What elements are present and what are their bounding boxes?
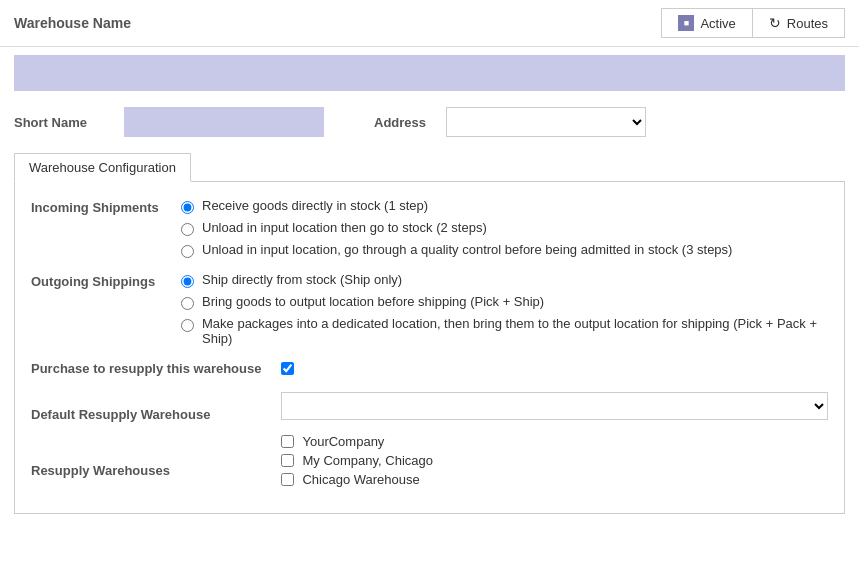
action-buttons: ■ Active ↻ Routes [661, 8, 845, 38]
warehouse-checkbox-mycompany-chicago[interactable]: My Company, Chicago [281, 453, 828, 468]
resupply-warehouses-list: YourCompany My Company, Chicago Chicago … [281, 434, 828, 487]
warehouse-checkbox-chicago[interactable]: Chicago Warehouse [281, 472, 828, 487]
incoming-shipments-options: Receive goods directly in stock (1 step)… [181, 198, 828, 258]
outgoing-option-1[interactable]: Ship directly from stock (Ship only) [181, 272, 828, 288]
top-bar: Warehouse Name ■ Active ↻ Routes [0, 0, 859, 47]
short-name-address-row: Short Name Address [0, 99, 859, 153]
active-label: Active [700, 16, 735, 31]
warehouse-name-label: Warehouse Name [14, 15, 131, 31]
mycompany-chicago-label: My Company, Chicago [302, 453, 433, 468]
short-name-input[interactable] [124, 107, 324, 137]
config-panel: Incoming Shipments Receive goods directl… [14, 181, 845, 514]
outgoing-option-1-label: Ship directly from stock (Ship only) [202, 272, 402, 287]
default-resupply-label: Default Resupply Warehouse [31, 406, 261, 424]
incoming-option-1-label: Receive goods directly in stock (1 step) [202, 198, 428, 213]
incoming-radio-1[interactable] [181, 201, 194, 214]
resupply-warehouses-label: Resupply Warehouses [31, 462, 261, 480]
incoming-option-2-label: Unload in input location then go to stoc… [202, 220, 487, 235]
incoming-option-2[interactable]: Unload in input location then go to stoc… [181, 220, 828, 236]
default-resupply-select[interactable] [281, 392, 828, 420]
warehouse-name-input[interactable] [14, 55, 845, 91]
resupply-content: YourCompany My Company, Chicago Chicago … [281, 360, 828, 487]
warehouse-name-row [0, 47, 859, 99]
tabs-container: Warehouse Configuration [0, 153, 859, 181]
outgoing-option-3-label: Make packages into a dedicated location,… [202, 316, 828, 346]
outgoing-radio-3[interactable] [181, 319, 194, 332]
outgoing-option-2[interactable]: Bring goods to output location before sh… [181, 294, 828, 310]
incoming-option-3-label: Unload in input location, go through a q… [202, 242, 732, 257]
purchase-resupply-label: Purchase to resupply this warehouse [31, 360, 261, 378]
routes-icon: ↻ [769, 15, 781, 31]
incoming-option-1[interactable]: Receive goods directly in stock (1 step) [181, 198, 828, 214]
resupply-section: Purchase to resupply this warehouse Defa… [31, 360, 828, 487]
incoming-option-3[interactable]: Unload in input location, go through a q… [181, 242, 828, 258]
address-label: Address [374, 115, 426, 130]
chicago-warehouse-checkbox[interactable] [281, 473, 294, 486]
incoming-radio-3[interactable] [181, 245, 194, 258]
routes-label: Routes [787, 16, 828, 31]
incoming-shipments-label: Incoming Shipments [31, 198, 161, 258]
short-name-label: Short Name [14, 115, 114, 130]
purchase-resupply-checkbox[interactable] [281, 362, 294, 375]
address-select[interactable] [446, 107, 646, 137]
default-resupply-row [281, 392, 828, 420]
yourcompany-label: YourCompany [302, 434, 384, 449]
incoming-radio-2[interactable] [181, 223, 194, 236]
routes-button[interactable]: ↻ Routes [752, 8, 845, 38]
tab-warehouse-configuration[interactable]: Warehouse Configuration [14, 153, 191, 182]
warehouse-checkbox-yourcompany[interactable]: YourCompany [281, 434, 828, 449]
outgoing-radio-2[interactable] [181, 297, 194, 310]
incoming-shipments-section: Incoming Shipments Receive goods directl… [31, 198, 828, 258]
active-button[interactable]: ■ Active [661, 8, 751, 38]
mycompany-chicago-checkbox[interactable] [281, 454, 294, 467]
warehouse-name-input-wrapper [14, 55, 845, 91]
purchase-checkbox-row [281, 360, 828, 378]
resupply-labels: Purchase to resupply this warehouse Defa… [31, 360, 261, 487]
outgoing-option-3[interactable]: Make packages into a dedicated location,… [181, 316, 828, 346]
outgoing-option-2-label: Bring goods to output location before sh… [202, 294, 544, 309]
active-icon: ■ [678, 15, 694, 31]
outgoing-radio-1[interactable] [181, 275, 194, 288]
outgoing-shippings-options: Ship directly from stock (Ship only) Bri… [181, 272, 828, 346]
outgoing-shippings-label: Outgoing Shippings [31, 272, 161, 346]
yourcompany-checkbox[interactable] [281, 435, 294, 448]
outgoing-shippings-section: Outgoing Shippings Ship directly from st… [31, 272, 828, 346]
chicago-warehouse-label: Chicago Warehouse [302, 472, 419, 487]
